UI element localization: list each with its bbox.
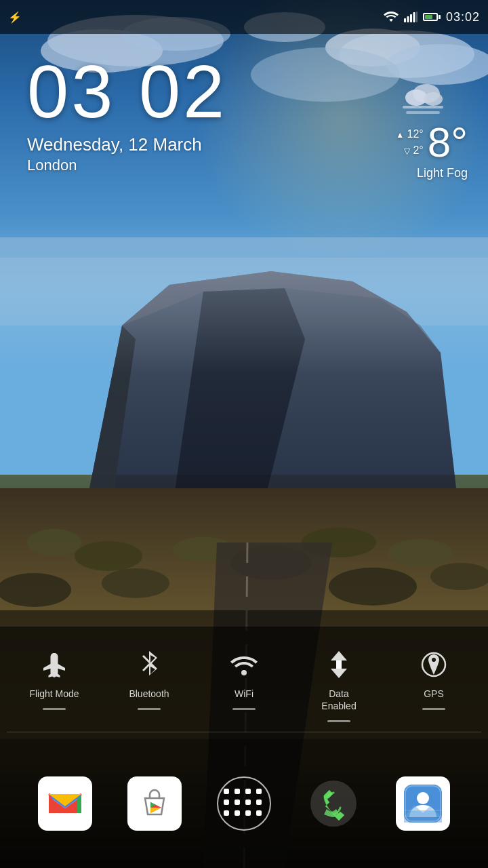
weather-temps: ▲ 12° ▽ 2° 8° — [396, 121, 468, 163]
toggles-row: Flight Mode Bluetooth WiFi — [7, 640, 481, 729]
signal-icon — [404, 12, 418, 22]
svg-point-50 — [417, 792, 429, 804]
dock — [0, 739, 488, 868]
data-label: DataEnabled — [321, 688, 356, 712]
svg-point-23 — [102, 568, 169, 598]
svg-point-24 — [329, 568, 417, 606]
svg-point-20 — [388, 539, 453, 566]
toggles-separator — [7, 732, 481, 732]
svg-point-37 — [424, 92, 443, 106]
gps-label: GPS — [424, 688, 444, 700]
battery-icon — [423, 13, 441, 21]
svg-point-47 — [310, 781, 357, 827]
people-icon — [396, 776, 450, 831]
svg-point-40 — [241, 670, 247, 675]
clock-city: London — [27, 157, 227, 174]
bluetooth-bar — [138, 708, 161, 710]
svg-point-17 — [75, 541, 142, 571]
play-store-icon — [127, 776, 182, 831]
toggle-wifi[interactable]: WiFi — [210, 647, 278, 710]
toggle-gps[interactable]: GPS — [400, 647, 468, 710]
weather-current-temp: 8° — [428, 121, 468, 163]
status-bar: ⚡ 03:02 — [0, 0, 488, 34]
data-icon — [321, 647, 357, 682]
clock-time: 03 02 — [27, 54, 227, 129]
weather-high: ▲ 12° — [396, 126, 424, 142]
svg-point-36 — [405, 90, 427, 106]
status-left-icons: ⚡ — [8, 11, 22, 24]
svg-point-22 — [0, 573, 71, 607]
gps-bar — [422, 708, 445, 710]
usb-icon: ⚡ — [8, 11, 22, 24]
svg-rect-30 — [404, 18, 406, 22]
svg-rect-38 — [403, 106, 443, 108]
dock-people[interactable] — [396, 776, 450, 831]
svg-point-9 — [251, 47, 400, 102]
quick-toggles-panel: Flight Mode Bluetooth WiFi — [0, 627, 488, 739]
svg-rect-32 — [410, 14, 412, 22]
weather-hi-lo: ▲ 12° ▽ 2° — [396, 126, 424, 159]
wifi-toggle-icon — [226, 647, 262, 682]
dock-gmail[interactable] — [38, 776, 92, 831]
clock-date: Wednesday, 12 March — [27, 134, 227, 155]
clock-widget[interactable]: 03 02 Wednesday, 12 March London — [27, 54, 227, 174]
wifi-status-icon — [384, 12, 399, 22]
bluetooth-label: Bluetooth — [129, 688, 169, 700]
bluetooth-icon — [131, 647, 167, 682]
status-time: 03:02 — [446, 10, 480, 24]
svg-point-16 — [27, 529, 81, 556]
weather-condition-icon — [396, 81, 468, 119]
svg-rect-33 — [413, 12, 415, 22]
flight-mode-icon — [37, 647, 72, 682]
dots-grid — [224, 789, 264, 818]
wifi-bar — [232, 708, 256, 710]
svg-rect-29 — [0, 237, 488, 373]
toggle-flight-mode[interactable]: Flight Mode — [20, 647, 88, 710]
svg-rect-31 — [407, 16, 409, 22]
wifi-toggle-label: WiFi — [235, 688, 253, 700]
flight-mode-label: Flight Mode — [29, 688, 79, 700]
svg-rect-39 — [406, 111, 440, 114]
status-right-icons: 03:02 — [384, 10, 480, 24]
dock-phone[interactable] — [306, 776, 361, 831]
data-bar — [327, 720, 350, 722]
toggle-data[interactable]: DataEnabled — [305, 647, 373, 722]
weather-low: ▽ 2° — [396, 142, 424, 159]
flight-mode-bar — [43, 708, 66, 710]
phone-icon — [306, 776, 361, 831]
app-drawer-icon — [217, 776, 271, 831]
dock-app-drawer[interactable] — [217, 776, 271, 831]
weather-widget[interactable]: ▲ 12° ▽ 2° 8° Light Fog — [396, 81, 468, 180]
gmail-icon — [38, 776, 92, 831]
weather-description: Light Fog — [396, 166, 468, 180]
toggle-bluetooth[interactable]: Bluetooth — [115, 647, 183, 710]
dock-play-store[interactable] — [127, 776, 182, 831]
gps-icon — [416, 647, 451, 682]
svg-rect-34 — [416, 12, 418, 22]
